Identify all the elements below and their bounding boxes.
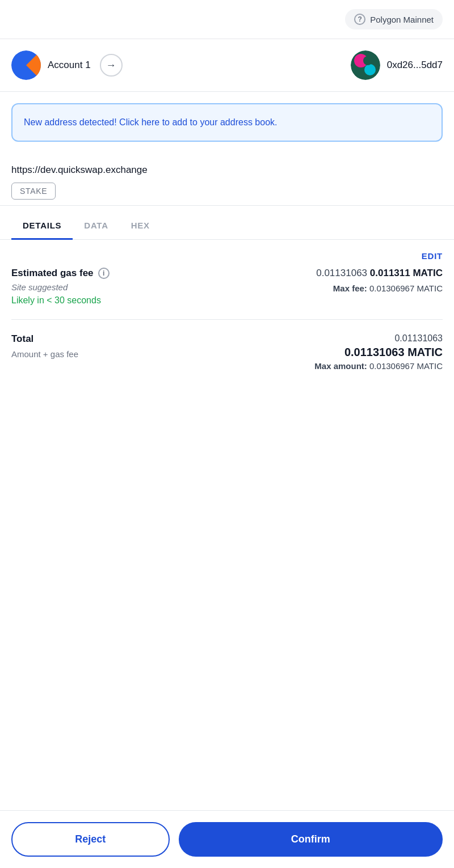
recipient-address: 0xd26...5dd7	[387, 60, 443, 71]
gas-fee-right: 0.01131063 0.011311 MATIC Max fee: 0.013…	[316, 268, 443, 293]
total-row: Total Amount + gas fee 0.01131063 0.0113…	[11, 333, 443, 371]
network-badge[interactable]: ? Polygon Mainnet	[345, 9, 443, 29]
address-notice[interactable]: New address detected! Click here to add …	[11, 103, 443, 142]
network-info-icon: ?	[354, 14, 365, 25]
address-notice-text: New address detected! Click here to add …	[24, 116, 430, 129]
svg-point-4	[363, 56, 372, 65]
details-section: EDIT Estimated gas fee i Site suggested …	[0, 240, 454, 382]
total-small-amount: 0.01131063	[394, 333, 443, 344]
max-amount-text: Max amount: 0.01306967 MATIC	[314, 361, 443, 371]
right-arrow-icon: →	[106, 60, 116, 71]
stake-badge: STAKE	[11, 183, 56, 200]
divider	[11, 319, 443, 320]
recipient-avatar	[351, 50, 380, 80]
account-name: Account 1	[48, 60, 91, 71]
likely-text: Likely in < 30 seconds	[11, 295, 110, 306]
gas-fee-amount: 0.01131063 0.011311 MATIC	[316, 268, 443, 279]
svg-point-3	[364, 64, 376, 75]
site-suggested: Site suggested	[11, 282, 110, 292]
account-left: Account 1	[11, 50, 91, 80]
amount-gas-label: Amount + gas fee	[11, 349, 78, 359]
arrow-circle: →	[100, 54, 123, 77]
network-name: Polygon Mainnet	[370, 15, 434, 24]
total-label: Total	[11, 333, 78, 345]
edit-link[interactable]: EDIT	[422, 251, 443, 261]
confirm-button[interactable]: Confirm	[179, 822, 443, 857]
bottom-bar: Reject Confirm	[0, 810, 454, 868]
account-right: 0xd26...5dd7	[351, 50, 443, 80]
site-url: https://dev.quickswap.exchange	[11, 164, 443, 176]
account-row: Account 1 → 0xd26...5dd7	[0, 39, 454, 92]
tab-data[interactable]: DATA	[73, 211, 119, 240]
total-right: 0.01131063 0.01131063 MATIC Max amount: …	[314, 333, 443, 371]
gas-fee-left: Estimated gas fee i Site suggested Likel…	[11, 268, 110, 306]
account-1-avatar	[11, 50, 41, 80]
gas-fee-label: Estimated gas fee i	[11, 268, 110, 279]
total-left: Total Amount + gas fee	[11, 333, 78, 359]
max-fee-text: Max fee: 0.01306967 MATIC	[333, 283, 443, 293]
top-bar: ? Polygon Mainnet	[0, 0, 454, 39]
site-section: https://dev.quickswap.exchange STAKE	[0, 153, 454, 206]
reject-button[interactable]: Reject	[11, 822, 170, 857]
tabs-bar: DETAILS DATA HEX	[0, 211, 454, 240]
gas-fee-info-icon[interactable]: i	[98, 268, 110, 279]
tab-hex[interactable]: HEX	[120, 211, 161, 240]
tab-details[interactable]: DETAILS	[11, 211, 73, 240]
gas-fee-row: Estimated gas fee i Site suggested Likel…	[11, 268, 443, 306]
edit-row: EDIT	[11, 251, 443, 261]
total-main-amount: 0.01131063 MATIC	[344, 346, 443, 359]
